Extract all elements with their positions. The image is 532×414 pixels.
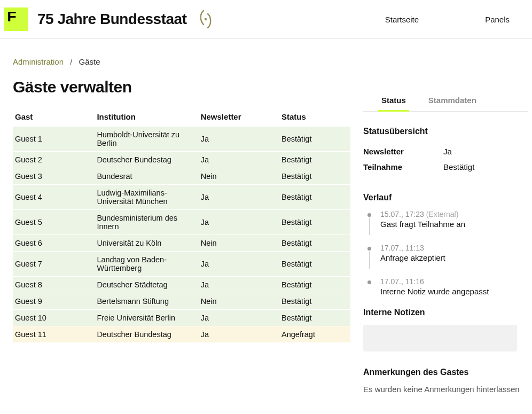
timeline-meta: 17.07., 11:13 xyxy=(380,244,528,252)
table-row[interactable]: Guest 9Bertelsmann StiftungNeinBestätigt xyxy=(13,293,350,310)
cell-newsletter: Nein xyxy=(199,293,279,310)
guests-table-header-row: Gast Institution Newsletter Status xyxy=(13,108,350,127)
timeline-dot-icon xyxy=(367,247,371,251)
table-row[interactable]: Guest 5Bundesministerium des InnernJaBes… xyxy=(13,210,350,235)
col-header-status[interactable]: Status xyxy=(279,108,350,127)
cell-institution: Freie Universität Berlin xyxy=(95,310,198,326)
cell-institution: Ludwig-Maximilians-Universität München xyxy=(95,185,198,210)
notes-heading: Interne Notizen xyxy=(363,308,528,317)
table-row[interactable]: Guest 2Deutscher BundestagJaBestätigt xyxy=(13,152,350,168)
timeline-item: 15.07., 17:23 (External)Gast fragt Teiln… xyxy=(363,210,528,235)
table-row[interactable]: Guest 11Deutscher BundestagJaAngefragt xyxy=(13,326,350,343)
cell-guest: Guest 11 xyxy=(13,326,95,343)
overview-newsletter-row: Newsletter Ja xyxy=(363,144,528,159)
cell-newsletter: Nein xyxy=(199,235,279,252)
timeline-dot-icon xyxy=(367,213,371,217)
cell-guest: Guest 7 xyxy=(13,252,95,277)
table-row[interactable]: Guest 3BundesratNeinBestätigt xyxy=(13,168,350,185)
breadcrumb: Administration / Gäste xyxy=(13,39,353,66)
brand-title: 75 Jahre Bundesstaat xyxy=(37,11,186,28)
event-swirl-icon xyxy=(197,10,214,29)
cell-guest: Guest 2 xyxy=(13,152,95,168)
timeline-dot-icon xyxy=(367,280,371,284)
timeline-meta: 15.07., 17:23 (External) xyxy=(380,210,528,218)
cell-newsletter: Ja xyxy=(199,210,279,235)
cell-newsletter: Ja xyxy=(199,326,279,343)
cell-guest: Guest 1 xyxy=(13,127,95,152)
remarks-text: Es wurden keine Anmerkungen hinterlassen xyxy=(363,385,528,394)
table-row[interactable]: Guest 7Landtag von Baden-WürttembergJaBe… xyxy=(13,252,350,277)
col-header-newsletter[interactable]: Newsletter xyxy=(199,108,279,127)
table-row[interactable]: Guest 1Humboldt-Universität zu BerlinJaB… xyxy=(13,127,350,152)
timeline-item: 17.07., 11:13Anfrage akzeptiert xyxy=(363,244,528,269)
history-heading: Verlauf xyxy=(363,193,528,202)
cell-guest: Guest 10 xyxy=(13,310,95,326)
nav-panels[interactable]: Panels xyxy=(485,15,510,24)
cell-status: Angefragt xyxy=(279,326,350,343)
cell-newsletter: Ja xyxy=(199,185,279,210)
col-header-institution[interactable]: Institution xyxy=(95,108,198,127)
overview-heading: Statusübersicht xyxy=(363,127,528,136)
cell-guest: Guest 4 xyxy=(13,185,95,210)
page-title: Gäste verwalten xyxy=(13,78,353,96)
svg-point-0 xyxy=(205,18,207,20)
cell-newsletter: Ja xyxy=(199,127,279,152)
table-row[interactable]: Guest 4Ludwig-Maximilians-Universität Mü… xyxy=(13,185,350,210)
cell-status: Bestätigt xyxy=(279,235,350,252)
cell-newsletter: Nein xyxy=(199,168,279,185)
breadcrumb-administration[interactable]: Administration xyxy=(13,57,64,66)
cell-status: Bestätigt xyxy=(279,127,350,152)
timeline-meta: 17.07., 11:16 xyxy=(380,277,528,286)
timeline-text: Anfrage akzeptiert xyxy=(380,253,528,262)
internal-notes-input[interactable] xyxy=(363,325,517,351)
timeline-text: Gast fragt Teilnahme an xyxy=(380,220,528,229)
overview-newsletter-label: Newsletter xyxy=(363,147,443,156)
side-tabs: Status Stammdaten xyxy=(363,91,528,112)
timeline-item: 17.07., 11:16Interne Notiz wurde angepas… xyxy=(363,277,528,296)
cell-status: Bestätigt xyxy=(279,293,350,310)
overview-newsletter-value: Ja xyxy=(443,147,452,156)
cell-status: Bestätigt xyxy=(279,252,350,277)
cell-guest: Guest 5 xyxy=(13,210,95,235)
tab-status[interactable]: Status xyxy=(381,91,406,111)
remarks-heading: Anmerkungen des Gastes xyxy=(363,368,528,377)
cell-institution: Bundesministerium des Innern xyxy=(95,210,198,235)
cell-institution: Bertelsmann Stiftung xyxy=(95,293,198,310)
cell-guest: Guest 6 xyxy=(13,235,95,252)
tab-stammdaten[interactable]: Stammdaten xyxy=(428,91,476,111)
topbar: F 75 Jahre Bundesstaat Startseite Panels xyxy=(0,0,532,39)
cell-guest: Guest 8 xyxy=(13,277,95,293)
cell-status: Bestätigt xyxy=(279,210,350,235)
cell-status: Bestätigt xyxy=(279,185,350,210)
history-timeline: 15.07., 17:23 (External)Gast fragt Teiln… xyxy=(363,210,528,296)
overview-teilnahme-label: Teilnahme xyxy=(363,162,443,171)
breadcrumb-current: Gäste xyxy=(79,57,100,66)
cell-newsletter: Ja xyxy=(199,252,279,277)
overview-teilnahme-row: Teilnahme Bestätigt xyxy=(363,159,528,175)
cell-newsletter: Ja xyxy=(199,152,279,168)
cell-status: Bestätigt xyxy=(279,310,350,326)
table-row[interactable]: Guest 8Deutscher StädtetagJaBestätigt xyxy=(13,277,350,293)
cell-status: Bestätigt xyxy=(279,152,350,168)
brand-logo-icon: F xyxy=(4,7,28,31)
cell-institution: Deutscher Bundestag xyxy=(95,326,198,343)
overview-teilnahme-value: Bestätigt xyxy=(443,162,474,171)
cell-institution: Deutscher Bundestag xyxy=(95,152,198,168)
cell-institution: Landtag von Baden-Württemberg xyxy=(95,252,198,277)
cell-status: Bestätigt xyxy=(279,168,350,185)
timeline-text: Interne Notiz wurde angepasst xyxy=(380,287,528,296)
cell-newsletter: Ja xyxy=(199,310,279,326)
table-row[interactable]: Guest 10Freie Universität BerlinJaBestät… xyxy=(13,310,350,326)
table-row[interactable]: Guest 6Universität zu KölnNeinBestätigt xyxy=(13,235,350,252)
cell-guest: Guest 9 xyxy=(13,293,95,310)
cell-status: Bestätigt xyxy=(279,277,350,293)
guests-table: Gast Institution Newsletter Status Guest… xyxy=(13,108,350,342)
cell-newsletter: Ja xyxy=(199,277,279,293)
cell-institution: Universität zu Köln xyxy=(95,235,198,252)
cell-institution: Humboldt-Universität zu Berlin xyxy=(95,127,198,152)
nav-startseite[interactable]: Startseite xyxy=(385,15,419,24)
col-header-gast[interactable]: Gast xyxy=(13,108,95,127)
cell-institution: Bundesrat xyxy=(95,168,198,185)
cell-guest: Guest 3 xyxy=(13,168,95,185)
breadcrumb-separator: / xyxy=(70,57,72,66)
